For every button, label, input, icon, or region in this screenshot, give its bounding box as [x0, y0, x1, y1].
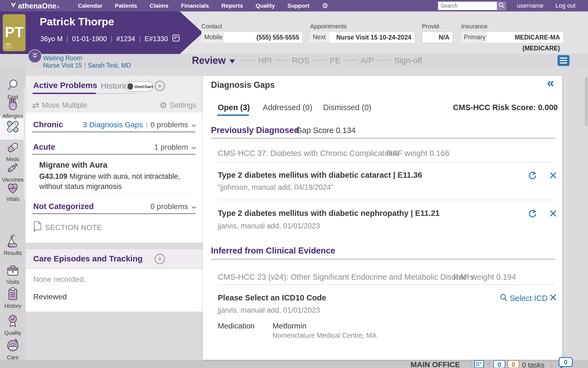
move-multiple-button[interactable]: ⇄ Move Multiple — [32, 100, 87, 110]
brand-athena: athenaOne — [18, 2, 56, 10]
next-label: Next — [310, 32, 329, 43]
nav-item-reports[interactable]: Reports — [221, 2, 243, 9]
sidebar-item-vaccines[interactable]: Vaccines — [0, 161, 26, 183]
patient-name[interactable]: Patrick Thorpe — [40, 16, 114, 28]
patient-record-id: #1234 — [116, 35, 135, 43]
readd-icon[interactable] — [527, 171, 537, 181]
problem-name[interactable]: Migrane with Aura — [39, 161, 107, 170]
sidebar-item-allergies[interactable]: Allergies — [0, 97, 26, 119]
add-care-episode-button[interactable]: + — [155, 254, 165, 264]
messages-bubble-icon[interactable]: 0 — [559, 357, 573, 367]
section-note-button[interactable]: SECTION NOTE — [33, 221, 102, 234]
avatar[interactable]: PT — [3, 14, 26, 51]
clinician-link[interactable]: Sarah Test, MD — [88, 62, 131, 69]
chevron-down-icon — [191, 120, 196, 129]
gap-row-title: Type 2 diabetes mellitus with diabetic n… — [218, 209, 440, 218]
menu-icon[interactable] — [558, 55, 569, 66]
mobile-value[interactable]: (555) 555-5555 — [223, 32, 303, 43]
search-icon — [500, 293, 508, 303]
sidebar-item-history[interactable]: History — [0, 286, 26, 309]
visit-link[interactable]: Nurse Visit 15 — [43, 62, 82, 69]
step-pe[interactable]: PE — [330, 56, 341, 65]
sidebar-item-vitals[interactable]: Vitals — [0, 181, 26, 202]
sidebar-item-results[interactable]: Results — [0, 234, 26, 256]
gap-score: Gap Score 0.134 — [296, 126, 356, 135]
main-scrollbar[interactable] — [585, 77, 587, 126]
meds-pill-icon — [5, 151, 20, 155]
sidebar-item-find[interactable]: Find — [0, 78, 26, 100]
dismiss-icon[interactable] — [549, 209, 557, 219]
hcc-category-label: CMS-HCC 37: Diabetes with Chronic Compli… — [218, 149, 399, 158]
care-team-icon — [5, 349, 20, 354]
step-ros[interactable]: ROS — [292, 56, 310, 65]
sidebar-item-meds[interactable]: Meds — [0, 140, 26, 162]
sidebar-item-quality[interactable]: Quality — [0, 313, 26, 336]
chronic-problem-count[interactable]: 0 problems — [150, 120, 188, 129]
nav-item-quality[interactable]: Quality — [256, 2, 275, 9]
sidebar-item-problems[interactable] — [0, 119, 26, 135]
step-hpi[interactable]: HPI — [258, 56, 272, 65]
results-flask-icon — [5, 245, 20, 249]
acute-section-title: Acute — [33, 143, 55, 152]
care-episodes-reviewed[interactable]: Reviewed — [33, 292, 67, 301]
next-appointment-value[interactable]: Nurse Visit 15 10-24-2024 — [329, 32, 415, 43]
problems-settings-button[interactable]: ⚙ Settings — [160, 100, 196, 110]
schedule-icon[interactable] — [474, 360, 484, 368]
onechart-toggle[interactable]: OneChart — [126, 81, 154, 92]
toggle-knob — [127, 83, 133, 90]
urgent-count-badge[interactable]: 0 — [507, 360, 519, 368]
step-signoff[interactable]: Sign-off — [394, 56, 422, 65]
patient-details: 36yo M | 01-01-1900 | #1234 | E#1330 — [40, 34, 180, 43]
collapse-panel-icon[interactable]: « — [547, 75, 554, 90]
medication-value: Metformin — [272, 322, 306, 330]
encounter-note-icon[interactable] — [172, 34, 180, 43]
tab-open[interactable]: Open (3) — [218, 103, 250, 112]
nav-item-patients[interactable]: Patients — [115, 2, 137, 9]
problems-panel-body: Chronic 3 Diagnosis Gaps | 0 problems Ac… — [26, 113, 203, 243]
medication-label: Medication — [218, 322, 255, 330]
appointments-label: Appointments — [310, 23, 347, 30]
diagnosis-gaps-panel: Diagnosis Gaps « Open (3) Addressed (0) … — [203, 76, 562, 360]
sidebar-item-visits[interactable]: Visits — [0, 263, 26, 285]
step-ap[interactable]: A/P — [361, 56, 374, 65]
readd-icon[interactable] — [527, 209, 537, 219]
add-problem-button[interactable]: + — [155, 81, 165, 91]
provider-label: Provider — [422, 23, 439, 30]
search-input[interactable] — [438, 2, 497, 10]
gap-row-meta: jjarvis, manual add, 01/01/2023 — [218, 222, 320, 230]
nav-item-support[interactable]: Support — [287, 2, 309, 9]
stage-label: Review — [192, 55, 226, 66]
dismiss-icon[interactable] — [549, 171, 557, 180]
care-episodes-body: None recorded. Reviewed — [26, 269, 203, 312]
waiting-room-link[interactable]: Waiting Room — [43, 55, 82, 62]
logout-link[interactable]: Log out — [556, 2, 575, 9]
not-categorized-problem-count[interactable]: 0 problems — [150, 202, 188, 211]
insurance-label: Insurance — [461, 23, 488, 30]
username-menu[interactable]: username — [517, 2, 544, 9]
nav-item-claims[interactable]: Claims — [150, 2, 169, 9]
settings-gear-icon[interactable]: ⚙ — [322, 2, 328, 10]
hcc-category-label: CMS-HCC 23 (v24): Other Significant Endo… — [218, 273, 474, 282]
diagnosis-gaps-link[interactable]: 3 Diagnosis Gaps — [83, 120, 143, 129]
sidebar-item-care[interactable]: Care — [0, 338, 26, 361]
insurance-value[interactable]: MEDICARE-MA (MEDICARE) — [487, 32, 564, 43]
nav-item-financials[interactable]: Financials — [181, 2, 209, 9]
department-selector[interactable]: MAIN OFFICE — [411, 360, 460, 368]
quality-ribbon-icon — [5, 324, 20, 329]
dismiss-icon[interactable] — [549, 293, 557, 303]
tab-dismissed[interactable]: Dismissed (0) — [323, 103, 371, 112]
leaf-icon — [10, 1, 16, 10]
tab-addressed[interactable]: Addressed (0) — [263, 103, 312, 112]
tab-active-problems[interactable]: Active Problems — [33, 81, 97, 90]
provider-value[interactable]: N/A — [422, 32, 453, 43]
select-icd-button[interactable]: Select ICD — [500, 293, 548, 303]
camera-icon — [5, 43, 12, 50]
acute-problem-count[interactable]: 1 problem — [154, 143, 188, 152]
athenaone-logo[interactable]: athenaOne® — [10, 1, 59, 10]
tasks-count[interactable]: 0 tasks — [522, 361, 544, 368]
nav-item-calendar[interactable]: Calendar — [78, 2, 102, 9]
stage-review-dropdown[interactable]: Review — [192, 55, 235, 66]
collapse-banner-button[interactable] — [28, 49, 42, 63]
inbox-count-badge[interactable]: 0 — [493, 360, 505, 368]
search-button[interactable] — [497, 1, 506, 10]
